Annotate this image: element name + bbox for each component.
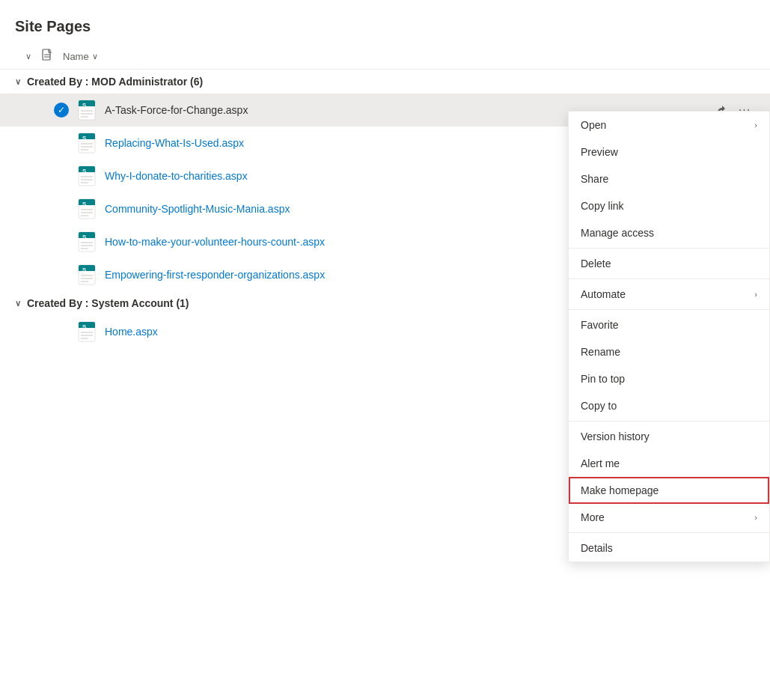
sharepoint-page-icon: S xyxy=(78,321,96,342)
header-chevron-down: ∨ xyxy=(25,52,31,61)
svg-rect-33 xyxy=(79,237,95,238)
sharepoint-page-icon: S xyxy=(78,264,96,285)
menu-item-delete[interactable]: Delete xyxy=(569,250,769,277)
sharepoint-page-icon: S xyxy=(78,165,96,186)
menu-divider-4 xyxy=(569,421,769,421)
svg-text:S: S xyxy=(82,323,87,330)
menu-item-pin-to-top[interactable]: Pin to top xyxy=(569,365,769,392)
svg-rect-5 xyxy=(79,105,95,106)
svg-text:S: S xyxy=(82,102,87,109)
svg-text:S: S xyxy=(82,234,87,240)
menu-item-favorite[interactable]: Favorite xyxy=(569,311,769,338)
column-header: ∨ Name ∨ xyxy=(0,44,770,70)
group-chevron-1: ∨ xyxy=(15,77,21,87)
sharepoint-page-icon: S xyxy=(78,198,96,219)
svg-text:S: S xyxy=(82,201,87,207)
app-container: Site Pages ∨ Name ∨ ∨ Created By : MOD A… xyxy=(0,0,770,700)
file-icon-4: S xyxy=(75,198,99,219)
file-type-icon xyxy=(42,49,54,62)
group-chevron-2: ∨ xyxy=(15,299,21,308)
arrow-icon-open: › xyxy=(754,121,757,130)
menu-item-preview[interactable]: Preview xyxy=(569,139,769,165)
menu-item-manage-access[interactable]: Manage access xyxy=(569,219,769,246)
menu-item-make-homepage[interactable]: Make homepage xyxy=(569,477,769,504)
svg-rect-40 xyxy=(79,270,95,271)
menu-item-rename[interactable]: Rename xyxy=(569,338,769,365)
svg-rect-12 xyxy=(79,138,95,139)
menu-item-version-history[interactable]: Version history xyxy=(569,423,769,450)
svg-text:S: S xyxy=(82,168,87,174)
file-icon-2: S xyxy=(75,133,99,153)
sharepoint-page-icon: S xyxy=(78,133,96,153)
sharepoint-page-icon: S xyxy=(78,231,96,252)
checked-indicator: ✓ xyxy=(54,103,69,118)
menu-divider-5 xyxy=(569,532,769,533)
context-menu: Open › Preview Share Copy link Manage ac… xyxy=(568,111,770,562)
sharepoint-page-icon: S xyxy=(78,100,96,121)
file-icon-6: S xyxy=(75,264,99,285)
header-icon-space xyxy=(42,49,63,64)
menu-item-alert-me[interactable]: Alert me xyxy=(569,450,769,477)
select-all-checkbox[interactable]: ∨ xyxy=(15,52,42,61)
file-icon-1: S xyxy=(75,100,99,121)
page-title: Site Pages xyxy=(0,0,770,44)
menu-divider-3 xyxy=(569,309,769,310)
menu-item-open[interactable]: Open › xyxy=(569,112,769,139)
name-column-header[interactable]: Name ∨ xyxy=(63,51,98,62)
file-icon-7: S xyxy=(75,321,99,342)
menu-divider-1 xyxy=(569,248,769,249)
file-list: ∨ Created By : MOD Administrator (6) ✓ S… xyxy=(0,70,770,700)
svg-rect-47 xyxy=(79,326,95,328)
file-icon-3: S xyxy=(75,165,99,186)
file-icon-5: S xyxy=(75,231,99,252)
name-sort-chevron: ∨ xyxy=(92,52,98,61)
menu-item-share[interactable]: Share xyxy=(569,165,769,192)
arrow-icon-more: › xyxy=(754,513,757,522)
menu-item-more[interactable]: More › xyxy=(569,504,769,531)
menu-divider-2 xyxy=(569,279,769,279)
menu-item-details[interactable]: Details xyxy=(569,535,769,561)
svg-text:S: S xyxy=(82,135,87,141)
menu-item-automate[interactable]: Automate › xyxy=(569,281,769,308)
svg-text:S: S xyxy=(82,267,87,273)
svg-rect-19 xyxy=(79,171,95,172)
menu-item-copy-to[interactable]: Copy to xyxy=(569,392,769,419)
menu-item-copy-link[interactable]: Copy link xyxy=(569,192,769,219)
row-checkbox-1[interactable]: ✓ xyxy=(48,103,75,118)
svg-rect-26 xyxy=(79,204,95,205)
arrow-icon-automate: › xyxy=(754,290,757,299)
group-header-mod-admin[interactable]: ∨ Created By : MOD Administrator (6) xyxy=(0,70,770,94)
